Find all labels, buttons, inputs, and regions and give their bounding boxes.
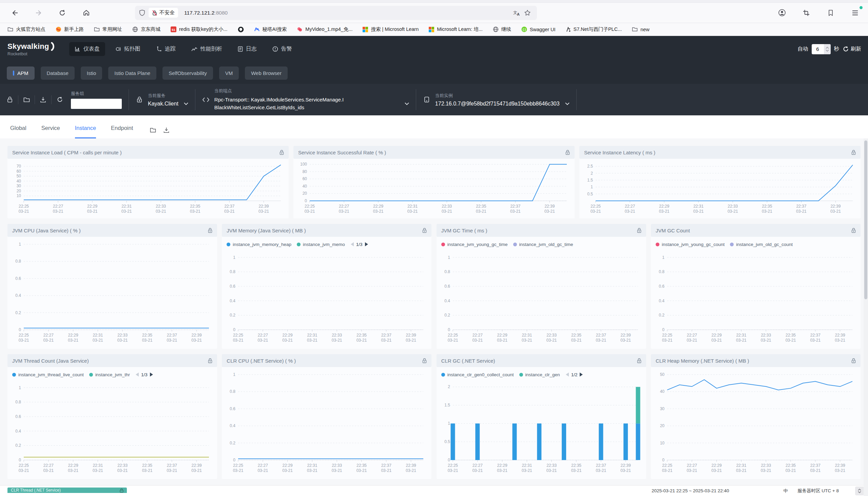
- service-group-input[interactable]: [71, 99, 122, 109]
- dashboard-tab-web-browser[interactable]: Web Browser: [245, 66, 288, 80]
- dashboard-tab-istio-data-plane[interactable]: Istio Data Plane: [108, 66, 156, 80]
- chart-panel-header[interactable]: CLR CPU (.NET Service) ( % ): [222, 354, 431, 367]
- dashboard-tab-database[interactable]: Database: [41, 66, 75, 80]
- panel-lock-button[interactable]: [422, 358, 427, 363]
- chart-panel-header[interactable]: JVM CPU (Java Service) ( % ): [7, 224, 217, 237]
- chart-canvas[interactable]: 7060504030201022:2503-2122:2703-2122:290…: [7, 159, 287, 216]
- tab-instance[interactable]: Instance: [75, 125, 96, 138]
- chart-canvas[interactable]: 10.80.60.40.2022:2503-2122:2703-2122:290…: [651, 250, 858, 345]
- instance-chevron-down-icon[interactable]: [565, 103, 569, 105]
- panel-lock-button[interactable]: [851, 358, 856, 363]
- scrollbar-thumb[interactable]: [864, 140, 867, 299]
- back-button[interactable]: [10, 7, 20, 18]
- legend-item[interactable]: instance_jvm_old_gc_time: [513, 242, 573, 247]
- current-instance-value[interactable]: 172.16.0.7@9fe58bd2f715471d9a150ebb8646c…: [435, 101, 560, 107]
- pager-next-icon[interactable]: [365, 242, 368, 247]
- dashboard-tab-istio[interactable]: Istio: [81, 66, 102, 80]
- scope-import-icon[interactable]: [150, 127, 156, 133]
- nav-item-topology[interactable]: 拓扑图: [110, 42, 146, 56]
- edit-lock-icon[interactable]: [6, 96, 14, 103]
- chart-canvas[interactable]: 21.510.5022:2503-2122:2703-2122:2903-212…: [437, 381, 644, 475]
- dashboard-tab-vm[interactable]: VM: [219, 66, 239, 80]
- nav-item-dashboard[interactable]: 仪表盘: [69, 42, 105, 56]
- current-instance-block[interactable]: 当前实例 172.16.0.7@9fe58bd2f715471d9a150ebb…: [435, 93, 569, 107]
- panel-lock-button[interactable]: [422, 228, 427, 233]
- pager-prev-icon[interactable]: [135, 372, 139, 377]
- panel-lock-button[interactable]: [208, 358, 212, 363]
- panel-lock-button[interactable]: [565, 150, 570, 155]
- legend-item[interactable]: instance_clr_gen: [519, 372, 560, 377]
- bookmark-item[interactable]: {:}Swagger UI: [521, 27, 556, 32]
- legend-item[interactable]: instance_jvm_young_gc_time: [441, 242, 508, 247]
- reload-button[interactable]: [57, 7, 68, 18]
- chart-panel-header[interactable]: JVM Memory (Java Service) ( MB ): [222, 224, 431, 237]
- language-toggle[interactable]: 中: [784, 488, 788, 494]
- panel-lock-button[interactable]: [208, 228, 212, 233]
- chart-canvas[interactable]: 10.80.60.40.2022:2503-2122:2703-2122:290…: [222, 367, 429, 475]
- bookmark-item[interactable]: 秘塔AI搜索: [254, 26, 287, 33]
- dashboard-tab-apm[interactable]: APM: [7, 66, 35, 80]
- bookmark-star-button[interactable]: [522, 7, 533, 18]
- nav-item-alarm[interactable]: 告警: [267, 42, 298, 56]
- panel-lock-button[interactable]: [280, 150, 284, 155]
- current-service-block[interactable]: 当前服务 Kayak.Client: [148, 93, 188, 107]
- chart-canvas[interactable]: 10.80.60.40.2022:2503-2122:2703-2122:290…: [222, 250, 429, 345]
- chart-panel-header[interactable]: JVM Thread Count (Java Service): [7, 354, 217, 367]
- bookmark-item[interactable]: 新手上路: [56, 26, 84, 33]
- reload-data-icon[interactable]: [56, 96, 63, 103]
- nav-item-trace[interactable]: 追踪: [151, 42, 181, 56]
- chart-panel-header[interactable]: JVM GC Count: [651, 224, 861, 237]
- shield-icon[interactable]: [139, 10, 145, 16]
- app-menu-button[interactable]: [850, 7, 861, 18]
- chart-canvas[interactable]: 10.80.60.40.2022:2503-2122:2703-2122:290…: [437, 250, 644, 345]
- bookmark-item[interactable]: MyVideo_1.mp4_免...: [297, 26, 352, 33]
- panel-lock-button[interactable]: [637, 358, 642, 363]
- legend-item[interactable]: instance_jvm_thread_live_count: [12, 372, 84, 377]
- bookmark-item[interactable]: 京东商城: [132, 26, 160, 33]
- tab-service[interactable]: Service: [42, 125, 60, 138]
- bookmark-item[interactable]: 火狐官方站点: [7, 26, 45, 33]
- panel-lock-button[interactable]: [637, 228, 642, 233]
- import-template-icon[interactable]: [23, 97, 30, 103]
- bookmark-item[interactable]: new: [632, 27, 650, 32]
- pager-next-icon[interactable]: [149, 372, 153, 377]
- nav-item-log[interactable]: 日志: [232, 42, 262, 56]
- account-button[interactable]: [776, 7, 787, 18]
- bookmark-item[interactable]: 51redis 获取key的大小...: [171, 26, 227, 33]
- legend-item[interactable]: instance_clr_gen0_collect_count: [441, 372, 514, 377]
- legend-item[interactable]: instance_jvm_old_gc_count: [730, 242, 793, 247]
- tab-endpoint[interactable]: Endpoint: [111, 125, 133, 138]
- chart-panel-header[interactable]: Service Instance Latency ( ms ): [579, 146, 861, 159]
- chart-canvas[interactable]: 10.80.60.40.2022:2503-2122:2703-2122:290…: [7, 381, 215, 475]
- home-button[interactable]: [81, 7, 92, 18]
- translate-button[interactable]: 文A: [511, 7, 522, 18]
- tab-global[interactable]: Global: [10, 125, 27, 138]
- auto-interval-stepper[interactable]: 6: [812, 44, 831, 54]
- dashboard-tab-selfobservability[interactable]: SelfObservability: [162, 66, 213, 80]
- chart-panel-header[interactable]: Service Instance Successful Rate ( % ): [294, 146, 574, 159]
- bookmark-item[interactable]: [238, 27, 244, 33]
- stepper-arrows-icon[interactable]: [824, 44, 831, 54]
- security-badge[interactable]: 不安全: [148, 8, 178, 18]
- bookmark-item[interactable]: 继续: [493, 26, 511, 33]
- export-template-icon[interactable]: [40, 97, 47, 103]
- pager-prev-icon[interactable]: [350, 242, 354, 247]
- chart-canvas[interactable]: 2.521.510.522:2503-2122:2703-2122:2903-2…: [579, 159, 859, 216]
- bookmark-item[interactable]: S7.Net与西门子PLC...: [566, 26, 622, 33]
- chart-panel-header[interactable]: CLR GC (.NET Service): [437, 354, 646, 367]
- chart-panel-header[interactable]: CLR Heap Memory (.NET Service) ( MB ): [651, 354, 861, 367]
- panel-lock-button[interactable]: [851, 150, 856, 155]
- time-range[interactable]: 2025-03-21 22:25 ~ 2025-03-21 22:40: [651, 488, 729, 493]
- clipped-panel-header[interactable]: CLR Thread (.NET Service): [7, 487, 127, 493]
- current-endpoint-value[interactable]: Rpc-Transport:: Kayak.IModuleServices.Se…: [215, 96, 399, 111]
- pager-next-icon[interactable]: [579, 372, 583, 377]
- service-chevron-down-icon[interactable]: [184, 103, 188, 105]
- bookmark-item[interactable]: 常用网址: [94, 26, 122, 33]
- vertical-scrollbar[interactable]: [864, 138, 868, 496]
- screenshot-button[interactable]: [801, 7, 812, 18]
- endpoint-chevron-down-icon[interactable]: [405, 103, 409, 105]
- bookmark-item[interactable]: 搜索 | Microsoft Learn: [363, 26, 419, 33]
- browser-tab-strip[interactable]: [0, 0, 868, 3]
- current-service-value[interactable]: Kayak.Client: [148, 101, 178, 107]
- forward-button[interactable]: [33, 7, 44, 18]
